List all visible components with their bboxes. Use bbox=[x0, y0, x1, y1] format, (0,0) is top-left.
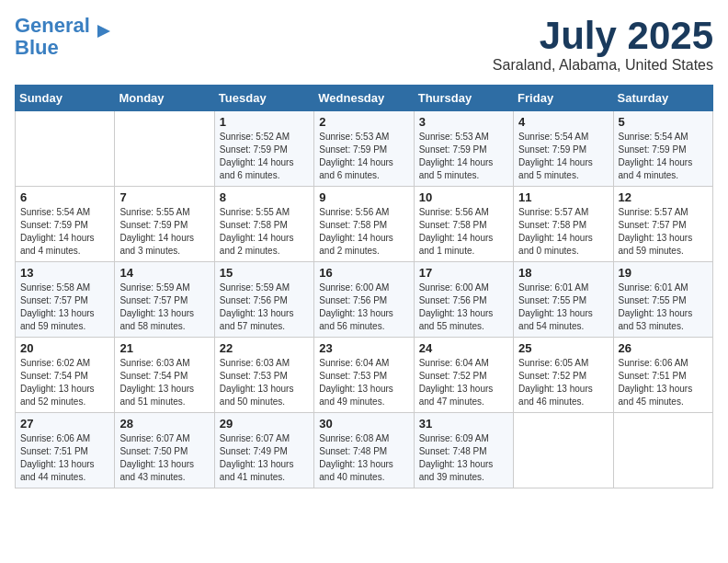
day-info: Sunrise: 6:04 AM Sunset: 7:53 PM Dayligh… bbox=[319, 357, 408, 408]
calendar-table: SundayMondayTuesdayWednesdayThursdayFrid… bbox=[15, 85, 713, 488]
weekday-header: Friday bbox=[514, 86, 613, 111]
calendar-cell: 5Sunrise: 5:54 AM Sunset: 7:59 PM Daylig… bbox=[613, 111, 712, 187]
logo-text: GeneralBlue bbox=[15, 15, 90, 59]
calendar-cell: 9Sunrise: 5:56 AM Sunset: 7:58 PM Daylig… bbox=[314, 187, 414, 262]
day-info: Sunrise: 5:52 AM Sunset: 7:59 PM Dayligh… bbox=[220, 131, 309, 182]
day-number: 4 bbox=[518, 115, 608, 129]
calendar-week-row: 13Sunrise: 5:58 AM Sunset: 7:57 PM Dayli… bbox=[16, 262, 713, 338]
day-info: Sunrise: 6:00 AM Sunset: 7:56 PM Dayligh… bbox=[319, 282, 408, 333]
day-info: Sunrise: 6:07 AM Sunset: 7:50 PM Dayligh… bbox=[119, 432, 209, 484]
calendar-cell: 3Sunrise: 5:53 AM Sunset: 7:59 PM Daylig… bbox=[414, 111, 513, 187]
day-number: 24 bbox=[419, 341, 508, 355]
calendar-cell: 8Sunrise: 5:55 AM Sunset: 7:58 PM Daylig… bbox=[214, 187, 313, 262]
day-info: Sunrise: 6:00 AM Sunset: 7:56 PM Dayligh… bbox=[419, 282, 508, 333]
day-info: Sunrise: 6:03 AM Sunset: 7:54 PM Dayligh… bbox=[119, 357, 209, 408]
day-info: Sunrise: 6:06 AM Sunset: 7:51 PM Dayligh… bbox=[20, 432, 109, 484]
day-number: 16 bbox=[319, 266, 408, 280]
calendar-cell: 29Sunrise: 6:07 AM Sunset: 7:49 PM Dayli… bbox=[214, 413, 313, 488]
day-info: Sunrise: 6:05 AM Sunset: 7:52 PM Dayligh… bbox=[518, 357, 608, 408]
day-info: Sunrise: 5:58 AM Sunset: 7:57 PM Dayligh… bbox=[20, 282, 109, 333]
day-number: 5 bbox=[619, 115, 708, 129]
day-info: Sunrise: 6:06 AM Sunset: 7:51 PM Dayligh… bbox=[619, 357, 708, 408]
calendar-cell: 18Sunrise: 6:01 AM Sunset: 7:55 PM Dayli… bbox=[514, 262, 613, 338]
weekday-header: Tuesday bbox=[214, 86, 313, 111]
day-number: 11 bbox=[518, 190, 608, 204]
day-info: Sunrise: 5:55 AM Sunset: 7:59 PM Dayligh… bbox=[119, 206, 209, 258]
calendar-cell: 23Sunrise: 6:04 AM Sunset: 7:53 PM Dayli… bbox=[314, 338, 414, 413]
day-number: 19 bbox=[619, 266, 708, 280]
weekday-header: Wednesday bbox=[314, 86, 414, 111]
day-info: Sunrise: 5:59 AM Sunset: 7:56 PM Dayligh… bbox=[220, 282, 309, 333]
day-number: 29 bbox=[220, 417, 309, 431]
day-number: 17 bbox=[419, 266, 508, 280]
calendar-cell: 13Sunrise: 5:58 AM Sunset: 7:57 PM Dayli… bbox=[16, 262, 115, 338]
day-number: 6 bbox=[20, 190, 109, 204]
day-info: Sunrise: 5:55 AM Sunset: 7:58 PM Dayligh… bbox=[220, 206, 309, 258]
day-number: 14 bbox=[119, 266, 209, 280]
calendar-cell: 19Sunrise: 6:01 AM Sunset: 7:55 PM Dayli… bbox=[613, 262, 712, 338]
day-info: Sunrise: 5:56 AM Sunset: 7:58 PM Dayligh… bbox=[319, 206, 408, 258]
calendar-cell: 26Sunrise: 6:06 AM Sunset: 7:51 PM Dayli… bbox=[613, 338, 712, 413]
day-info: Sunrise: 6:03 AM Sunset: 7:53 PM Dayligh… bbox=[220, 357, 309, 408]
day-info: Sunrise: 5:54 AM Sunset: 7:59 PM Dayligh… bbox=[619, 131, 708, 182]
weekday-header: Monday bbox=[115, 86, 214, 111]
day-number: 25 bbox=[518, 341, 608, 355]
calendar-cell: 6Sunrise: 5:54 AM Sunset: 7:59 PM Daylig… bbox=[16, 187, 115, 262]
day-number: 7 bbox=[119, 190, 209, 204]
day-number: 1 bbox=[220, 115, 309, 129]
logo: GeneralBlue bbox=[15, 15, 114, 59]
calendar-cell: 11Sunrise: 5:57 AM Sunset: 7:58 PM Dayli… bbox=[514, 187, 613, 262]
day-number: 2 bbox=[319, 115, 408, 129]
location: Saraland, Alabama, United States bbox=[493, 57, 713, 74]
day-info: Sunrise: 5:59 AM Sunset: 7:57 PM Dayligh… bbox=[119, 282, 209, 333]
calendar-cell: 20Sunrise: 6:02 AM Sunset: 7:54 PM Dayli… bbox=[16, 338, 115, 413]
calendar-cell: 22Sunrise: 6:03 AM Sunset: 7:53 PM Dayli… bbox=[214, 338, 313, 413]
day-info: Sunrise: 6:09 AM Sunset: 7:48 PM Dayligh… bbox=[419, 432, 508, 484]
calendar-cell: 1Sunrise: 5:52 AM Sunset: 7:59 PM Daylig… bbox=[214, 111, 313, 187]
calendar-cell: 15Sunrise: 5:59 AM Sunset: 7:56 PM Dayli… bbox=[214, 262, 313, 338]
day-info: Sunrise: 5:53 AM Sunset: 7:59 PM Dayligh… bbox=[419, 131, 508, 182]
day-number: 3 bbox=[419, 115, 508, 129]
page-header: GeneralBlue July 2025 Saraland, Alabama,… bbox=[15, 15, 713, 74]
day-number: 12 bbox=[619, 190, 708, 204]
calendar-cell: 16Sunrise: 6:00 AM Sunset: 7:56 PM Dayli… bbox=[314, 262, 414, 338]
calendar-cell: 27Sunrise: 6:06 AM Sunset: 7:51 PM Dayli… bbox=[16, 413, 115, 488]
calendar-week-row: 20Sunrise: 6:02 AM Sunset: 7:54 PM Dayli… bbox=[16, 338, 713, 413]
calendar-cell: 21Sunrise: 6:03 AM Sunset: 7:54 PM Dayli… bbox=[115, 338, 214, 413]
calendar-cell: 30Sunrise: 6:08 AM Sunset: 7:48 PM Dayli… bbox=[314, 413, 414, 488]
day-number: 22 bbox=[220, 341, 309, 355]
day-info: Sunrise: 5:53 AM Sunset: 7:59 PM Dayligh… bbox=[319, 131, 408, 182]
day-number: 21 bbox=[119, 341, 209, 355]
day-number: 28 bbox=[119, 417, 209, 431]
day-info: Sunrise: 6:01 AM Sunset: 7:55 PM Dayligh… bbox=[619, 282, 708, 333]
calendar-cell: 10Sunrise: 5:56 AM Sunset: 7:58 PM Dayli… bbox=[414, 187, 513, 262]
day-info: Sunrise: 5:54 AM Sunset: 7:59 PM Dayligh… bbox=[518, 131, 608, 182]
title-block: July 2025 Saraland, Alabama, United Stat… bbox=[493, 15, 713, 74]
calendar-cell: 28Sunrise: 6:07 AM Sunset: 7:50 PM Dayli… bbox=[115, 413, 214, 488]
day-number: 26 bbox=[619, 341, 708, 355]
weekday-header-row: SundayMondayTuesdayWednesdayThursdayFrid… bbox=[16, 86, 713, 111]
day-number: 8 bbox=[220, 190, 309, 204]
day-info: Sunrise: 6:08 AM Sunset: 7:48 PM Dayligh… bbox=[319, 432, 408, 484]
day-number: 9 bbox=[319, 190, 408, 204]
day-info: Sunrise: 5:56 AM Sunset: 7:58 PM Dayligh… bbox=[419, 206, 508, 258]
calendar-cell: 25Sunrise: 6:05 AM Sunset: 7:52 PM Dayli… bbox=[514, 338, 613, 413]
logo-arrow-icon bbox=[94, 21, 114, 41]
day-info: Sunrise: 6:04 AM Sunset: 7:52 PM Dayligh… bbox=[419, 357, 508, 408]
day-info: Sunrise: 5:57 AM Sunset: 7:57 PM Dayligh… bbox=[619, 206, 708, 258]
calendar-week-row: 27Sunrise: 6:06 AM Sunset: 7:51 PM Dayli… bbox=[16, 413, 713, 488]
weekday-header: Thursday bbox=[414, 86, 513, 111]
calendar-cell: 24Sunrise: 6:04 AM Sunset: 7:52 PM Dayli… bbox=[414, 338, 513, 413]
day-info: Sunrise: 6:02 AM Sunset: 7:54 PM Dayligh… bbox=[20, 357, 109, 408]
day-number: 27 bbox=[20, 417, 109, 431]
calendar-week-row: 1Sunrise: 5:52 AM Sunset: 7:59 PM Daylig… bbox=[16, 111, 713, 187]
calendar-cell bbox=[514, 413, 613, 488]
day-number: 15 bbox=[220, 266, 309, 280]
calendar-week-row: 6Sunrise: 5:54 AM Sunset: 7:59 PM Daylig… bbox=[16, 187, 713, 262]
weekday-header: Saturday bbox=[613, 86, 712, 111]
day-number: 20 bbox=[20, 341, 109, 355]
calendar-cell bbox=[115, 111, 214, 187]
svg-marker-0 bbox=[97, 25, 110, 38]
day-info: Sunrise: 6:01 AM Sunset: 7:55 PM Dayligh… bbox=[518, 282, 608, 333]
day-number: 23 bbox=[319, 341, 408, 355]
